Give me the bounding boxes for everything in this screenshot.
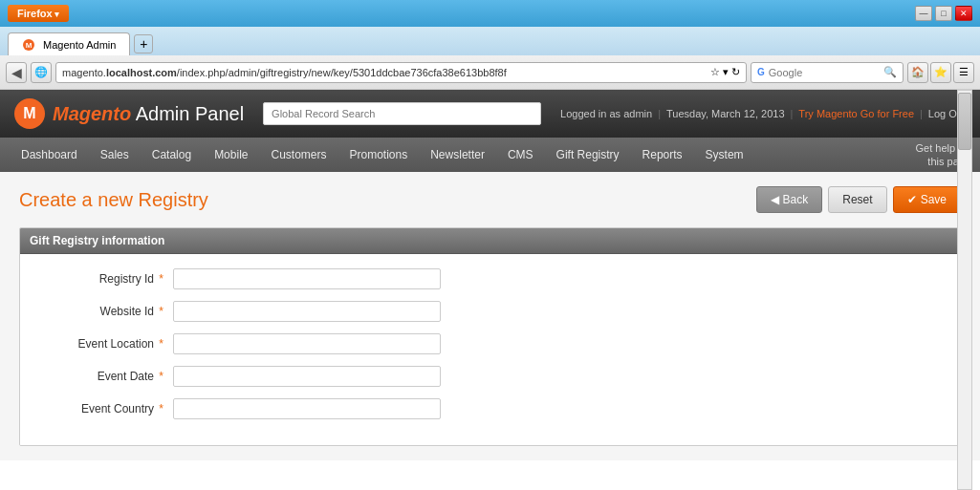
nav-item-reports[interactable]: Reports	[631, 138, 694, 172]
save-icon: ✔	[907, 193, 917, 206]
magento-favicon: M	[22, 38, 35, 52]
event-country-required: *	[159, 402, 163, 415]
event-location-label: Event Location *	[39, 337, 163, 351]
website-id-row: Website Id *	[39, 301, 941, 322]
home-button[interactable]: 🏠	[907, 62, 928, 83]
nav-item-newsletter[interactable]: Newsletter	[419, 138, 496, 172]
browser-search-bar[interactable]: G 🔍	[751, 62, 904, 83]
page-header: Create a new Registry ◀ Back Reset ✔ Sav…	[19, 186, 961, 213]
maximize-button[interactable]: □	[935, 6, 952, 21]
bookmark-button[interactable]: ⭐	[930, 62, 951, 83]
nav-item-sales[interactable]: Sales	[89, 138, 141, 172]
separator-3: |	[920, 108, 923, 119]
scrollbar-thumb[interactable]	[958, 93, 971, 150]
tab-title: Magento Admin	[43, 39, 116, 51]
event-location-required: *	[159, 337, 163, 351]
event-date-required: *	[159, 370, 163, 383]
section-body: Registry Id * Website Id * Event Locatio…	[20, 254, 960, 445]
nav-item-system[interactable]: System	[694, 138, 755, 172]
save-button[interactable]: ✔ Save	[893, 186, 961, 213]
event-location-row: Event Location *	[39, 333, 941, 354]
date-text: Tuesday, March 12, 2013	[666, 108, 785, 119]
registry-id-label: Registry Id *	[39, 272, 163, 286]
back-button[interactable]: ◀ Back	[756, 186, 823, 213]
registry-id-row: Registry Id *	[39, 268, 941, 289]
reset-button[interactable]: Reset	[828, 186, 886, 213]
browser-titlebar: Firefox — □ ✕	[0, 0, 980, 27]
browser-side-buttons: 🏠 ⭐ ☰	[907, 62, 974, 83]
header-info: Logged in as admin | Tuesday, March 12, …	[560, 108, 966, 119]
nav-item-gift-registry[interactable]: Gift Registry	[545, 138, 631, 172]
menu-button[interactable]: ☰	[953, 62, 974, 83]
refresh-icon[interactable]: ↻	[731, 66, 740, 78]
event-country-label: Event Country *	[39, 402, 163, 415]
browser-tab[interactable]: M Magento Admin	[8, 32, 130, 55]
google-brand: G	[757, 67, 765, 77]
star-icon[interactable]: ☆	[710, 66, 720, 78]
back-nav-button[interactable]: ◀	[6, 62, 27, 83]
section-header: Gift Registry information	[20, 228, 960, 254]
scrollbar-track[interactable]	[957, 90, 972, 490]
back-label: Back	[783, 193, 809, 206]
nav-item-dashboard[interactable]: Dashboard	[10, 138, 89, 172]
page-title: Create a new Registry	[19, 189, 208, 211]
nav-item-promotions[interactable]: Promotions	[338, 138, 420, 172]
nav-item-catalog[interactable]: Catalog	[141, 138, 203, 172]
admin-header: M Magento Admin Panel Logged in as admin…	[0, 90, 980, 138]
global-search-input[interactable]	[263, 102, 541, 125]
nav-bar: Dashboard Sales Catalog Mobile Customers…	[0, 138, 980, 172]
event-location-input[interactable]	[173, 333, 441, 354]
search-magnifier-icon[interactable]: 🔍	[883, 66, 897, 78]
window-controls: — □ ✕	[915, 6, 972, 21]
close-button[interactable]: ✕	[955, 6, 972, 21]
address-bar: ◀ 🌐 magento.localhost.com/index.php/admi…	[0, 55, 980, 90]
browser-search-input[interactable]	[769, 67, 883, 78]
tab-bar: M Magento Admin +	[0, 27, 980, 55]
nav-item-customers[interactable]: Customers	[259, 138, 338, 172]
website-id-label: Website Id *	[39, 305, 163, 318]
registry-id-required: *	[159, 272, 163, 286]
url-bar[interactable]: magento.localhost.com/index.php/admin/gi…	[55, 62, 747, 83]
new-tab-button[interactable]: +	[134, 34, 153, 53]
form-section: Gift Registry information Registry Id * …	[19, 227, 961, 446]
magento-title: Magento Admin Panel	[53, 103, 244, 125]
try-magento-link[interactable]: Try Magento Go for Free	[798, 108, 914, 119]
event-country-row: Event Country *	[39, 398, 941, 419]
magento-logo: M Magento Admin Panel	[14, 98, 244, 129]
main-content: Create a new Registry ◀ Back Reset ✔ Sav…	[0, 172, 980, 460]
url-icons: ☆ ▾ ↻	[710, 66, 740, 78]
registry-id-input[interactable]	[173, 268, 441, 289]
arrow-icon[interactable]: ▾	[723, 66, 729, 78]
back-icon: ◀	[771, 193, 779, 206]
nav-item-cms[interactable]: CMS	[496, 138, 545, 172]
event-date-input[interactable]	[173, 366, 441, 387]
event-country-input[interactable]	[173, 398, 441, 419]
website-id-required: *	[159, 305, 163, 318]
website-id-input[interactable]	[173, 301, 441, 322]
save-label: Save	[921, 193, 947, 206]
magento-icon: M	[14, 98, 45, 129]
svg-text:M: M	[26, 41, 33, 50]
nav-item-mobile[interactable]: Mobile	[203, 138, 259, 172]
separator-2: |	[791, 108, 794, 119]
event-date-row: Event Date *	[39, 366, 941, 387]
logged-in-text: Logged in as admin	[560, 108, 652, 119]
global-search[interactable]	[263, 102, 541, 125]
globe-icon: 🌐	[31, 62, 52, 83]
event-date-label: Event Date *	[39, 370, 163, 383]
url-text: magento.localhost.com/index.php/admin/gi…	[62, 67, 707, 78]
minimize-button[interactable]: —	[915, 6, 932, 21]
firefox-button[interactable]: Firefox	[8, 5, 69, 22]
action-buttons: ◀ Back Reset ✔ Save	[756, 186, 961, 213]
separator-1: |	[658, 108, 661, 119]
